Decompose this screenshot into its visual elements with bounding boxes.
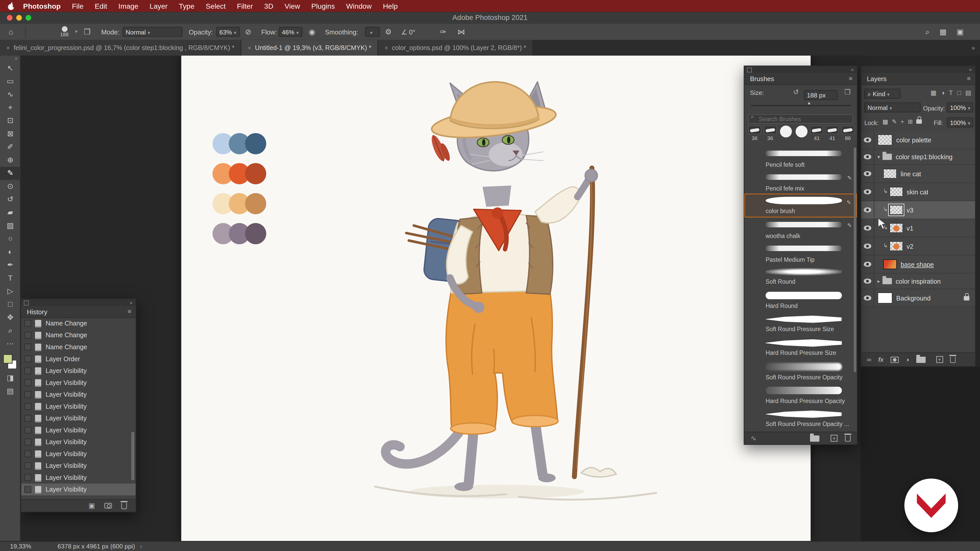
layer-fill-value[interactable]: 100%▾: [947, 118, 973, 127]
brush-hard-round-pressure-size[interactable]: Hard Round Pressure Size: [745, 336, 857, 360]
new-layer-icon[interactable]: [936, 356, 943, 363]
clone-stamp-tool[interactable]: ⊙: [0, 180, 21, 193]
brushes-scrollbar[interactable]: [854, 148, 856, 372]
filter-pixel-layers-icon[interactable]: ▦: [931, 89, 936, 96]
menu-item-3d[interactable]: 3D: [259, 2, 279, 10]
menu-item-filter[interactable]: Filter: [231, 2, 259, 10]
tab-overflow-icon[interactable]: »: [972, 44, 980, 51]
eraser-tool[interactable]: ▰: [0, 206, 21, 219]
menu-item-plugins[interactable]: Plugins: [306, 2, 340, 10]
object-selection-tool[interactable]: ⌖: [0, 101, 21, 114]
layer-thumbnail[interactable]: [877, 135, 892, 146]
layers-panel-header[interactable]: «: [861, 66, 975, 73]
layer-thumbnail[interactable]: [889, 223, 903, 233]
delete-state-icon[interactable]: [121, 503, 127, 509]
link-layers-icon[interactable]: ∞: [867, 356, 871, 363]
layer-row-color-step1-blocking[interactable]: ▾color step1:blocking: [861, 149, 975, 165]
history-source-checkbox[interactable]: [24, 462, 32, 469]
layer-row-background[interactable]: Background: [861, 289, 975, 307]
pressure-size-icon[interactable]: ✑: [440, 24, 446, 40]
history-step[interactable]: Layer Visibility: [21, 400, 135, 413]
crop-tool[interactable]: ⊡: [0, 114, 21, 127]
pressure-opacity-icon[interactable]: ⊘: [245, 24, 251, 40]
adjustment-layer-icon[interactable]: ◑: [905, 356, 909, 363]
history-source-checkbox[interactable]: [24, 380, 32, 386]
history-step[interactable]: Layer Visibility: [21, 365, 135, 377]
menu-item-image[interactable]: Image: [113, 2, 144, 10]
lock-position-icon[interactable]: +: [900, 118, 904, 125]
history-source-checkbox[interactable]: [24, 403, 32, 410]
history-step[interactable]: Layer Visibility: [21, 484, 135, 495]
home-icon[interactable]: ⌂: [9, 24, 13, 40]
brush-soft-round[interactable]: Soft Round: [745, 265, 857, 289]
visibility-toggle[interactable]: [861, 256, 874, 273]
history-step[interactable]: Name Change: [21, 341, 135, 353]
brush-hard-round-pressure-opacity[interactable]: Hard Round Pressure Opacity: [745, 384, 857, 407]
visibility-toggle[interactable]: [861, 201, 874, 219]
flow-value[interactable]: 46%▾: [279, 27, 302, 37]
gradient-tool[interactable]: ▨: [0, 219, 21, 232]
collapse-arrow-icon[interactable]: ▾: [877, 154, 880, 160]
blend-mode-select[interactable]: Normal▾: [123, 27, 183, 37]
size-slider-track[interactable]: [751, 105, 851, 106]
history-brush-tool[interactable]: ↺: [0, 193, 21, 206]
brush-pencil-fefe-mix[interactable]: ✎Pencil fefe mix: [745, 170, 857, 194]
history-scrollbar[interactable]: [131, 432, 134, 480]
visibility-toggle[interactable]: [861, 238, 874, 255]
brushes-tab[interactable]: Brushes≡: [745, 73, 857, 85]
visibility-toggle[interactable]: [861, 131, 874, 149]
history-step[interactable]: Layer Visibility: [21, 377, 135, 389]
history-source-checkbox[interactable]: [24, 427, 32, 433]
eyedropper-tool[interactable]: ✐: [0, 141, 21, 154]
rectangle-tool[interactable]: □: [0, 298, 21, 311]
document-tab-2[interactable]: ×Untitled-1 @ 19,3% (v3, RGB/8/CMYK) *: [242, 40, 378, 56]
brush-preset-6[interactable]: 41: [824, 125, 840, 145]
layer-thumbnail[interactable]: [889, 205, 903, 215]
layer-style-icon[interactable]: fx: [878, 356, 883, 363]
history-step[interactable]: Layer Visibility: [21, 460, 135, 472]
brush-preset-picker[interactable]: 188: [55, 25, 74, 38]
hand-tool[interactable]: ✥: [0, 311, 21, 324]
toggle-brush-settings-icon[interactable]: ❒: [84, 24, 90, 40]
menu-item-help[interactable]: Help: [377, 2, 403, 10]
brush-preset-3[interactable]: [778, 125, 794, 145]
size-slider-thumb[interactable]: ▲: [807, 100, 811, 105]
close-tab-icon[interactable]: ×: [6, 44, 10, 51]
panel-menu-icon[interactable]: ≡: [127, 306, 131, 318]
history-step[interactable]: Layer Visibility: [21, 424, 135, 436]
rectangular-marquee-tool[interactable]: ▭: [0, 75, 21, 88]
close-tab-icon[interactable]: ×: [248, 44, 251, 51]
workspace-switcher-icon[interactable]: ▦: [940, 27, 947, 36]
new-group-icon[interactable]: [916, 356, 925, 362]
toolbar-collapse-icon[interactable]: »: [0, 56, 20, 62]
brush-hard-round[interactable]: Hard Round: [745, 289, 857, 312]
panel-close-icon[interactable]: [747, 67, 752, 73]
foreground-color-swatch[interactable]: [3, 354, 13, 364]
titlebar[interactable]: Adobe Photoshop 2021: [0, 12, 980, 24]
history-step[interactable]: Name Change: [21, 329, 135, 341]
filter-shape-layers-icon[interactable]: □: [957, 89, 961, 96]
layers-tab[interactable]: Layers≡: [861, 73, 975, 85]
history-source-checkbox[interactable]: [24, 344, 32, 351]
search-input[interactable]: [748, 114, 853, 124]
brush-wootha-chalk[interactable]: ✎wootha chalk: [745, 218, 857, 241]
chevron-down-icon[interactable]: ▾: [75, 24, 78, 40]
frame-tool[interactable]: ⊠: [0, 127, 21, 141]
layer-thumbnail[interactable]: [889, 241, 903, 251]
new-document-from-state-icon[interactable]: ▣: [89, 502, 95, 510]
search-icon[interactable]: ⌕: [925, 27, 929, 36]
history-source-checkbox[interactable]: [24, 391, 32, 398]
move-tool[interactable]: ↖: [0, 62, 21, 75]
filter-kind-select[interactable]: ⌕ Kind▾: [864, 89, 900, 99]
menu-item-view[interactable]: View: [279, 2, 306, 10]
brush-angle[interactable]: ∠ 0°: [401, 24, 415, 40]
add-layer-mask-icon[interactable]: [891, 356, 899, 362]
brush-tool[interactable]: ✎: [0, 167, 21, 180]
panel-menu-icon[interactable]: ≡: [849, 73, 853, 84]
brush-pencil-fefe-soft[interactable]: Pencil fefe soft: [745, 146, 857, 170]
new-brush-group-icon[interactable]: [810, 435, 819, 441]
new-brush-icon[interactable]: [831, 435, 838, 441]
panel-menu-icon[interactable]: ≡: [967, 73, 970, 84]
layer-row-v2[interactable]: ↳v2: [861, 238, 975, 256]
layer-thumbnail[interactable]: [889, 187, 903, 197]
